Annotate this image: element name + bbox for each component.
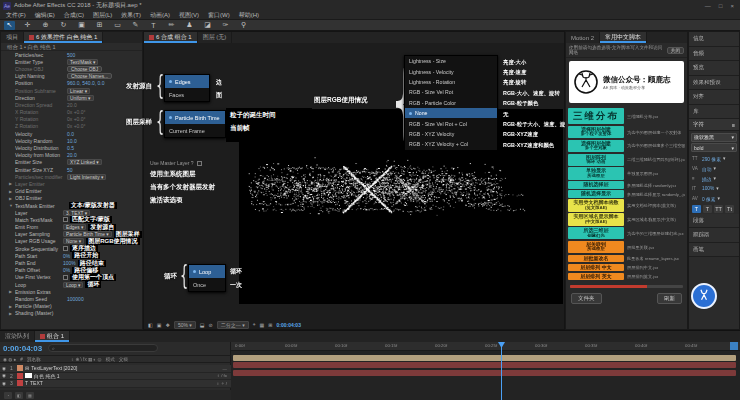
character-row[interactable]: ≡描边▾ (689, 174, 739, 184)
mask-visibility-icon[interactable]: ⊘ (209, 322, 213, 328)
region-of-interest-icon[interactable]: ⌖ (253, 321, 256, 328)
eye-icon[interactable]: ◉ (2, 381, 8, 386)
param-value[interactable]: 0.0 (67, 131, 74, 137)
menu-option[interactable]: Edges (165, 75, 209, 88)
type-tool-icon[interactable]: T (148, 21, 159, 30)
tab-项目[interactable]: 项目 (1, 32, 24, 43)
param-value[interactable]: 0x +0.0° (67, 123, 86, 129)
dock-tab-库[interactable]: 库 (689, 105, 739, 120)
channels-icon[interactable]: ❖ (165, 322, 169, 328)
tab-Motion-2[interactable]: Motion 2 (566, 32, 600, 43)
script-button[interactable]: 层层排列 中文 (568, 264, 624, 272)
close-button[interactable]: × (730, 3, 734, 9)
param-dropdown[interactable]: 3. TEXT ▾ (63, 210, 90, 216)
menu-option[interactable]: RGB - XYZ Velocity (405, 129, 497, 139)
param-dropdown[interactable]: Edges ▾ (63, 224, 86, 230)
layer-row[interactable]: ◉1⊟TextLayerText [2020]— (0, 365, 231, 373)
pan-behind-tool-icon[interactable]: ⊞ (94, 21, 105, 30)
menu-option[interactable]: RGB - Size Vel Rot (405, 87, 497, 97)
menu-option[interactable]: Lightness - Rotation (405, 77, 497, 87)
eye-icon[interactable]: ◉ (2, 366, 8, 371)
frame-blend-toggle-icon[interactable]: ◧ (15, 392, 23, 399)
font-family-select[interactable]: 微软雅黑▾ (691, 133, 737, 142)
tab-6-效果控件-白色-纯色-1[interactable]: 6 效果控件 白色 纯色 1 (24, 32, 103, 43)
param-value[interactable]: 0% (63, 253, 70, 259)
menu-item[interactable]: 帮助(H) (239, 11, 259, 20)
menu-item[interactable]: 视图(V) (179, 11, 199, 20)
timeline-search-input[interactable]: ⌕ (48, 344, 158, 352)
layer-duration-bar[interactable] (233, 362, 736, 368)
param-value[interactable]: 100000 (67, 296, 84, 302)
layer-switches[interactable]: ♀ ⚬ / (216, 381, 227, 386)
param-checkbox[interactable] (63, 275, 68, 280)
script-button[interactable]: 选择图层创建多个空对象 (568, 140, 624, 152)
menu-item[interactable]: 图层(L) (93, 11, 112, 20)
dock-tab-跟踪器[interactable]: 跟踪器 (689, 228, 739, 243)
param-value[interactable]: 500 (67, 52, 75, 58)
camera-tool-icon[interactable]: ▣ (76, 21, 87, 30)
param-checkbox[interactable] (63, 246, 68, 251)
script-button[interactable]: 层关联到所选图层 (568, 241, 624, 253)
selection-tool-icon[interactable]: ↖ (4, 21, 15, 30)
menu-item[interactable]: 文件(F) (6, 11, 26, 20)
script-button[interactable]: 随机选择显示 (568, 190, 624, 198)
type-style-0[interactable]: T (692, 205, 701, 213)
dock-tab-信息[interactable]: 信息 (689, 32, 739, 47)
type-style-1[interactable]: T (703, 205, 712, 213)
dock-tab-预览[interactable]: 预览 (689, 61, 739, 76)
layer-switches[interactable]: — (223, 366, 227, 371)
dock-tab-对齐[interactable]: 对齐 (689, 90, 739, 105)
param-dropdown[interactable]: Particle Birth Time ▾ (63, 231, 112, 237)
current-timecode[interactable]: 0:00:04:03 (3, 344, 42, 353)
script-button[interactable]: 三维分布 (568, 108, 624, 124)
layer-label-swatch[interactable] (17, 380, 23, 386)
param-checkbox[interactable] (63, 217, 68, 222)
minimize-button[interactable]: — (705, 3, 711, 9)
param-value[interactable]: 960.0, 540.0, 0.0 (67, 80, 105, 86)
menu-option[interactable]: Current Frame (165, 124, 225, 137)
layer-name[interactable]: 白色 纯色 1 (34, 373, 60, 379)
motion-blur-toggle-icon[interactable]: ▦ (26, 392, 34, 399)
folder-button[interactable]: 文件夹 (571, 293, 602, 304)
tab-6-合成-组合-1[interactable]: 6 合成 组合 1 (144, 32, 198, 43)
menu-option[interactable]: Lightness - Size (405, 56, 497, 66)
show-snapshot-icon[interactable]: ▣ (157, 322, 162, 328)
menu-option[interactable]: Particle Birth Time (165, 111, 225, 124)
brush-tool-icon[interactable]: ✏ (166, 21, 177, 30)
zoom-tool-icon[interactable]: ⊕ (40, 21, 51, 30)
param-value[interactable]: 20.0 (67, 102, 77, 108)
current-time-indicator[interactable] (501, 342, 502, 400)
layer-duration-bar[interactable] (233, 355, 736, 361)
menu-option[interactable]: RGB - Size Vel Rot + Col (405, 118, 497, 128)
menu-option[interactable]: Lightness - Velocity (405, 66, 497, 76)
shy-toggle-icon[interactable]: ◔ (4, 392, 12, 399)
dock-tab-画笔[interactable]: 画笔 (689, 243, 739, 258)
clone-stamp-tool-icon[interactable]: ♟ (184, 21, 195, 30)
menu-item[interactable]: 窗口(W) (208, 11, 230, 20)
type-style-2[interactable]: TT (714, 205, 723, 213)
param-value[interactable]: 0x +0.0° (67, 116, 86, 122)
script-button[interactable]: 图层阵列循环 动画 (568, 154, 624, 166)
param-value[interactable]: 0x +0.0° (67, 109, 86, 115)
hand-tool-icon[interactable]: ✛ (22, 21, 33, 30)
menu-item[interactable]: 动画(A) (150, 11, 170, 20)
orbit-camera-tool-icon[interactable]: ↻ (58, 21, 69, 30)
param-button[interactable]: Choose OBJ (67, 66, 102, 72)
character-row[interactable]: AV0 像素▾ (689, 194, 739, 204)
dock-tab-效果和预设[interactable]: 效果和预设 (689, 76, 739, 91)
pen-tool-icon[interactable]: ✎ (130, 21, 141, 30)
menu-item[interactable]: 效果(T) (121, 11, 141, 20)
dock-tab-音频[interactable]: 音频 (689, 47, 739, 62)
param-value[interactable]: 100% (63, 260, 76, 266)
param-value[interactable]: 10.0 (67, 138, 77, 144)
script-button[interactable]: 层批量改名 (568, 255, 624, 263)
param-button[interactable]: Choose Names... (67, 73, 112, 79)
param-dropdown[interactable]: Uniform ▾ (67, 95, 94, 101)
param-value[interactable]: 0% (63, 267, 70, 273)
param-value[interactable]: 20.0 (67, 152, 77, 158)
menu-option[interactable]: RGB - Particle Color (405, 98, 497, 108)
character-row[interactable]: VA自动▾ (689, 164, 739, 174)
layer-name[interactable]: TextLayerText [2020] (31, 365, 77, 371)
layer-label-swatch[interactable] (17, 365, 23, 371)
layer-row[interactable]: ◉3TTEXT♀ ⚬ / (0, 380, 231, 388)
